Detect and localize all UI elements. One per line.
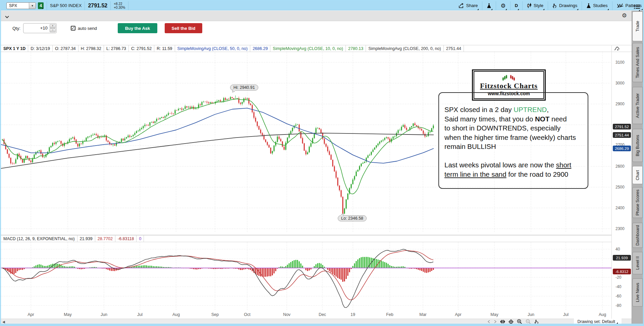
time-axis: AprMayJunJulAugSepOctNovDec19FebMarAprMa… (1, 311, 611, 319)
macd-header-cell[interactable]: 21.939 (77, 235, 95, 242)
chevron-down-icon[interactable] (5, 14, 9, 20)
crosshair-icon[interactable] (508, 319, 514, 324)
time-axis-label: Feb (386, 312, 393, 317)
sidebar-tab-trade[interactable]: Trade (632, 11, 643, 41)
symbol-value: SPX (7, 3, 29, 8)
toolbar-d-button[interactable]: D (514, 1, 519, 10)
sidebar-tab-live-news[interactable]: Live News (632, 278, 643, 307)
alerts-badge[interactable]: 4 (38, 2, 44, 9)
quantity-stepper[interactable]: +10 + − (23, 23, 57, 33)
axis-label: -80 (615, 303, 621, 308)
scroll-left-arrow-icon[interactable]: ◀ (2, 320, 5, 324)
macd-header-row: MACD (12, 26, 9, EXPONENTIAL, no)21.9392… (1, 235, 632, 242)
sidebar-tab-active-trader[interactable]: Active Trader (632, 87, 643, 124)
qty-decrement-button[interactable]: − (50, 28, 56, 32)
logo-title: Fitzstock Charts (480, 82, 538, 90)
chart-header-cell[interactable]: 2686.29 (250, 45, 270, 52)
macd-header-cell[interactable]: -6.83118 (115, 235, 137, 242)
chart-nav-tools (487, 319, 539, 325)
toolbar-share-button[interactable]: Share (457, 1, 479, 10)
price-axis[interactable]: 3100300029002700260025002400230040-20-40… (612, 52, 632, 319)
price-change: +8.22+0.30% (114, 2, 125, 9)
top-toolbar: SPX ▾ 4 S&P 500 INDEX 2791.52 +8.22+0.30… (1, 1, 643, 10)
chart-header-cell[interactable]: SimpleMovingAvg (CLOSE, 10, 0, no) (270, 45, 346, 52)
macd-header-cell[interactable]: 28.7702 (95, 235, 115, 242)
sidebar-tab-times-and-sales[interactable]: Times And Sales (632, 43, 643, 82)
separator (582, 1, 582, 10)
order-entry-row: Qty: +10 + − ✓ auto send Buy the Ask Sel… (1, 21, 632, 35)
time-axis-label: Sep (211, 312, 219, 317)
time-axis-label: Aug (599, 312, 606, 317)
time-axis-label: Apr (28, 312, 34, 317)
toolbar-flask-button[interactable] (485, 1, 493, 10)
axis-label: 40 (615, 247, 620, 252)
qty-value: +10 (23, 25, 48, 31)
toolbar-gear-button[interactable]: ⚙ (499, 1, 507, 10)
chart-header-cell[interactable]: D: 3/12/19 (28, 45, 53, 52)
sidebar-tab-chart[interactable]: Chart (632, 166, 643, 184)
pan-icon[interactable] (500, 320, 505, 324)
symbol-dropdown[interactable]: SPX ▾ (6, 2, 36, 9)
hand-cursor-icon[interactable] (534, 319, 539, 325)
macd-header-cell[interactable]: 0 (137, 235, 144, 242)
macd-chart[interactable] (1, 242, 611, 310)
toolbar-buttons: Share⚙DStyleDrawingsStudiesPatterns (457, 1, 643, 10)
chart-header-cell[interactable]: SimpleMovingAvg (CLOSE, 200, 0, no) (366, 45, 444, 52)
chevron-down-icon[interactable]: ▾ (29, 3, 36, 9)
qty-increment-button[interactable]: + (50, 24, 56, 28)
axis-label: 2300 (615, 226, 625, 231)
sidebar-tab-dashboard[interactable]: Dashboard (632, 223, 643, 248)
collapse-row[interactable]: ⚙ (1, 11, 632, 21)
sidebar-tab-level-ii[interactable]: Level II (632, 252, 643, 274)
annotation-note: SPX closed in a 2 day UPTREND,Said many … (438, 92, 588, 189)
axis-label: -40 (615, 284, 621, 289)
thinkorswim-window: SPX ▾ 4 S&P 500 INDEX 2791.52 +8.22+0.30… (0, 0, 644, 326)
price-badge: -6.8312 (613, 269, 631, 274)
chart-header-cell[interactable]: SimpleMovingAvg (CLOSE, 50, 0, no) (175, 45, 251, 52)
last-price: 2791.52 (88, 3, 107, 9)
time-axis-label: Jun (101, 312, 107, 317)
chart-header-cell[interactable]: R: 11.59 (154, 45, 175, 52)
list-icon[interactable] (634, 2, 640, 11)
chart-header-row: SPX 1 Y 1DD: 3/12/19O: 2787.34H: 2798.32… (1, 45, 632, 52)
chart-header-cell[interactable]: SPX 1 Y 1D (1, 45, 28, 52)
separator (496, 1, 496, 10)
separator (482, 1, 482, 10)
chart-header-cell[interactable]: 2751.44 (444, 45, 464, 52)
step-left-icon[interactable] (487, 320, 490, 323)
time-axis-label: Mar (419, 312, 427, 317)
toolbar-style-button[interactable]: Style (526, 1, 545, 10)
chart-header-cell[interactable]: C: 2791.52 (129, 45, 154, 52)
gear-icon[interactable]: ⚙ (622, 12, 627, 19)
axis-label: 3100 (615, 60, 625, 65)
studies-toggle-icon[interactable] (614, 46, 620, 53)
step-right-icon[interactable] (494, 320, 497, 323)
sidebar-tab-phase-scores[interactable]: Phase Scores (632, 187, 643, 218)
sell-the-bid-button[interactable]: Sell the Bid (165, 23, 202, 33)
price-badge: 2751.44 (613, 132, 631, 138)
auto-send-label: auto send (78, 26, 97, 31)
chart-header-cell[interactable]: H: 2798.32 (78, 45, 104, 52)
buy-the-ask-button[interactable]: Buy the Ask (118, 23, 157, 33)
zoom-in-icon[interactable] (517, 319, 522, 324)
auto-send-checkbox[interactable]: ✓ (71, 26, 75, 31)
time-axis-label: May (64, 312, 72, 317)
toolbar-drawings-button[interactable]: Drawings (551, 1, 579, 10)
toolbar-studies-button[interactable]: Studies (585, 1, 609, 10)
low-price-bubble: Lo: 2346.58 (338, 215, 367, 221)
macd-header-cell[interactable]: MACD (12, 26, 9, EXPONENTIAL, no) (1, 235, 77, 242)
time-axis-label: Nov (283, 312, 290, 317)
sidebar-tab-big-buttons[interactable]: Big Buttons (632, 129, 643, 162)
price-badge: 21.939 (613, 255, 631, 261)
time-axis-label: Oct (244, 312, 250, 317)
price-badge: 2791.52 (613, 124, 631, 129)
chart-header-cell[interactable]: 2780.13 (346, 45, 366, 52)
list-icon[interactable] (634, 2, 640, 11)
zoom-out-icon[interactable] (526, 319, 531, 324)
chart-header-cell[interactable]: O: 2787.34 (53, 45, 78, 52)
gadget-sidebar: TradeTimes And SalesActive TraderBig But… (632, 11, 643, 325)
qty-label: Qty: (12, 26, 20, 31)
drawing-set-selector[interactable]: Drawing set: Default (574, 319, 622, 325)
chart-header-cell[interactable]: L: 2786.73 (104, 45, 129, 52)
time-axis-label: Jul (137, 312, 143, 317)
